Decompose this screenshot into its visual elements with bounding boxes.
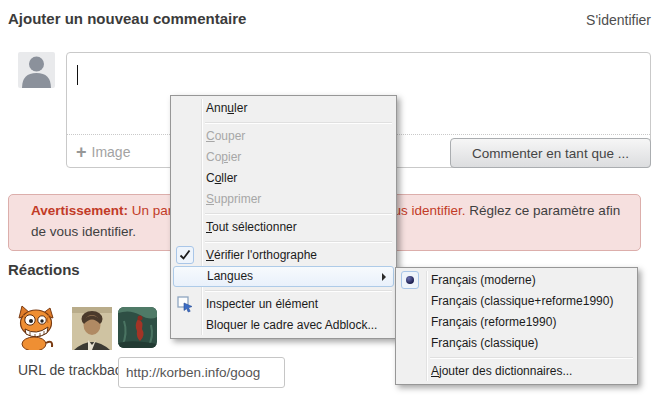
menu-item-verifier-orthographe[interactable]: Vérifier l'orthographe	[173, 245, 394, 266]
trackback-label: URL de trackback	[18, 362, 129, 378]
menu-separator	[205, 213, 392, 214]
menu-item-annuler[interactable]: Annuler	[173, 98, 394, 119]
reaction-avatar-art[interactable]	[118, 307, 157, 348]
plus-icon: +	[76, 143, 87, 161]
submenu-item-francais-moderne[interactable]: Français (moderne)	[398, 270, 635, 291]
menu-item-langues[interactable]: Langues	[173, 266, 394, 287]
reactions-heading: Réactions	[8, 261, 80, 278]
menu-separator	[205, 241, 392, 242]
menu-separator	[430, 357, 633, 358]
submenu-arrow-icon	[382, 273, 386, 281]
portrait-photo-avatar	[72, 307, 112, 350]
menu-item-inspecter-element[interactable]: Inspecter un élément	[173, 294, 394, 315]
menu-item-supprimer: Supprimer	[173, 189, 394, 210]
text-caret	[77, 65, 78, 85]
checkmark-icon	[176, 246, 194, 264]
cartoon-cat-avatar	[17, 305, 57, 350]
menu-item-bloquer-adblock[interactable]: Bloquer le cadre avec Adblock...	[173, 315, 394, 336]
reaction-avatar-cat[interactable]	[17, 305, 57, 350]
inspect-element-icon	[176, 295, 194, 313]
add-image-button[interactable]: + Image	[76, 141, 130, 162]
page-title: Ajouter un nouveau commentaire	[8, 10, 246, 27]
comment-as-button[interactable]: Commenter en tant que ...	[450, 138, 651, 168]
warning-line1-right: ous identifier. Réglez ce paramètre afin	[386, 203, 620, 218]
languages-submenu: Français (moderne) Français (classique+r…	[395, 267, 638, 385]
menu-item-coller[interactable]: Coller	[173, 168, 394, 189]
trackback-url-input[interactable]	[118, 357, 285, 388]
radio-selected-icon	[401, 271, 419, 289]
menu-separator	[205, 122, 392, 123]
add-image-label: Image	[92, 144, 131, 160]
submenu-item-francais-classique-reforme1990[interactable]: Français (classique+reforme1990)	[398, 291, 635, 312]
context-menu: Annuler Couper Copier Coller Supprimer T…	[170, 95, 397, 339]
menu-item-couper: Couper	[173, 126, 394, 147]
menu-item-copier: Copier	[173, 147, 394, 168]
reaction-avatar-portrait[interactable]	[72, 307, 112, 350]
submenu-item-ajouter-dictionnaires[interactable]: Ajouter des dictionnaires...	[398, 361, 635, 382]
fantasy-art-avatar	[118, 307, 157, 348]
person-silhouette-icon	[18, 52, 55, 88]
signin-link[interactable]: S'identifier	[586, 12, 651, 28]
warning-line2: de vous identifier.	[31, 224, 136, 239]
warning-line1-left: Avertissement: Un para	[31, 203, 180, 218]
commenter-avatar	[18, 52, 55, 88]
menu-item-tout-selectionner[interactable]: Tout sélectionner	[173, 217, 394, 238]
warning-prefix: Avertissement:	[31, 203, 128, 218]
submenu-item-francais-classique[interactable]: Français (classique)	[398, 333, 635, 354]
menu-separator	[205, 290, 392, 291]
page: Ajouter un nouveau commentaire S'identif…	[0, 0, 659, 402]
submenu-item-francais-reforme1990[interactable]: Français (reforme1990)	[398, 312, 635, 333]
